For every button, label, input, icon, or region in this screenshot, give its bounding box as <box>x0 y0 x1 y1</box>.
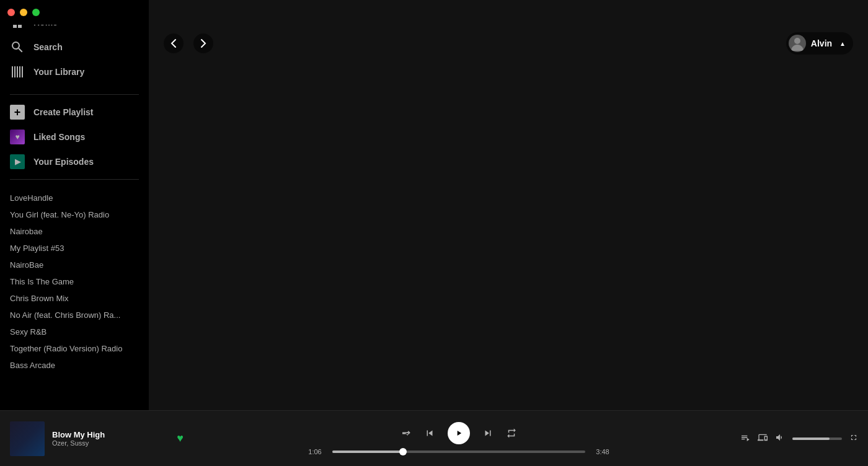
create-playlist-label: Create Playlist <box>33 107 94 117</box>
close-button[interactable] <box>7 9 15 16</box>
total-time: 3:48 <box>591 448 614 455</box>
user-name: Alvin <box>811 38 832 48</box>
list-item[interactable]: Bass Arcade <box>0 357 149 374</box>
player-bar: Blow My High Ozer, Sussy ♥ <box>0 410 868 466</box>
list-item[interactable]: My Playlist #53 <box>0 240 149 257</box>
player-controls: 1:06 3:48 <box>184 422 734 455</box>
liked-songs-label: Liked Songs <box>33 132 85 142</box>
progress-bar-area: 1:06 3:48 <box>304 448 614 455</box>
list-item[interactable]: LoveHandle <box>0 190 149 206</box>
list-item[interactable]: NairoBae <box>0 257 149 273</box>
list-item[interactable]: Nairobae <box>0 223 149 240</box>
list-item[interactable]: Chris Brown Mix <box>0 290 149 307</box>
nav-buttons <box>164 33 213 53</box>
sidebar-item-create-playlist[interactable]: + Create Playlist <box>0 100 149 125</box>
previous-button[interactable] <box>424 428 435 439</box>
track-thumbnail <box>10 421 45 456</box>
volume-fill <box>792 437 830 440</box>
plus-icon: + <box>10 105 25 120</box>
fullscreen-icon[interactable] <box>849 433 858 444</box>
current-time: 1:06 <box>304 448 326 455</box>
minimize-button[interactable] <box>20 9 27 16</box>
sidebar-item-search-label: Search <box>33 42 63 52</box>
sidebar-item-your-episodes[interactable]: ▶ Your Episodes <box>0 149 149 174</box>
sidebar-divider-1 <box>10 94 139 95</box>
track-artist: Ozer, Sussy <box>52 439 164 447</box>
progress-fill <box>332 451 403 453</box>
list-item[interactable]: No Air (feat. Chris Brown) Ra... <box>0 307 149 323</box>
sidebar-divider-2 <box>10 179 139 180</box>
list-item[interactable]: Sexy R&B <box>0 323 149 340</box>
devices-icon[interactable] <box>758 433 768 445</box>
player-track-info: Blow My High Ozer, Sussy ♥ <box>10 421 184 456</box>
volume-icon[interactable] <box>775 433 785 445</box>
titlebar <box>0 0 149 25</box>
sidebar-item-library[interactable]: Your Library <box>0 59 149 84</box>
list-item[interactable]: You Girl (feat. Ne-Yo) Radio <box>0 206 149 223</box>
next-button[interactable] <box>482 428 494 439</box>
track-thumb-image <box>10 421 45 456</box>
list-item[interactable]: This Is The Game <box>0 273 149 290</box>
sidebar-item-search[interactable]: Search <box>0 35 149 59</box>
user-menu[interactable]: Alvin ▲ <box>786 32 853 55</box>
library-icon <box>10 64 25 79</box>
your-episodes-label: Your Episodes <box>33 157 94 167</box>
liked-songs-icon: ♥ <box>10 130 25 144</box>
back-button[interactable] <box>164 33 184 53</box>
svg-point-0 <box>794 38 800 44</box>
shuffle-button[interactable] <box>401 428 412 439</box>
track-text: Blow My High Ozer, Sussy <box>52 430 164 447</box>
search-icon <box>10 40 25 55</box>
sidebar: Home Search Your Library + Create Playli… <box>0 0 149 466</box>
episodes-icon: ▶ <box>10 154 25 169</box>
chevron-down-icon: ▲ <box>839 40 846 47</box>
sidebar-item-liked-songs[interactable]: ♥ Liked Songs <box>0 125 149 149</box>
maximize-button[interactable] <box>32 9 40 16</box>
forward-button[interactable] <box>193 33 213 53</box>
repeat-button[interactable] <box>506 428 517 439</box>
play-pause-button[interactable] <box>448 422 470 444</box>
progress-track[interactable] <box>332 451 585 453</box>
control-buttons <box>401 422 517 444</box>
queue-icon[interactable] <box>740 433 750 445</box>
like-button[interactable]: ♥ <box>177 432 184 445</box>
volume-bar[interactable] <box>792 437 842 440</box>
list-item[interactable]: Together (Radio Version) Radio <box>0 340 149 357</box>
track-name: Blow My High <box>52 430 164 439</box>
avatar <box>789 35 806 52</box>
topbar: Alvin ▲ <box>149 25 868 62</box>
sidebar-item-library-label: Your Library <box>33 67 84 77</box>
player-extras <box>734 433 858 445</box>
